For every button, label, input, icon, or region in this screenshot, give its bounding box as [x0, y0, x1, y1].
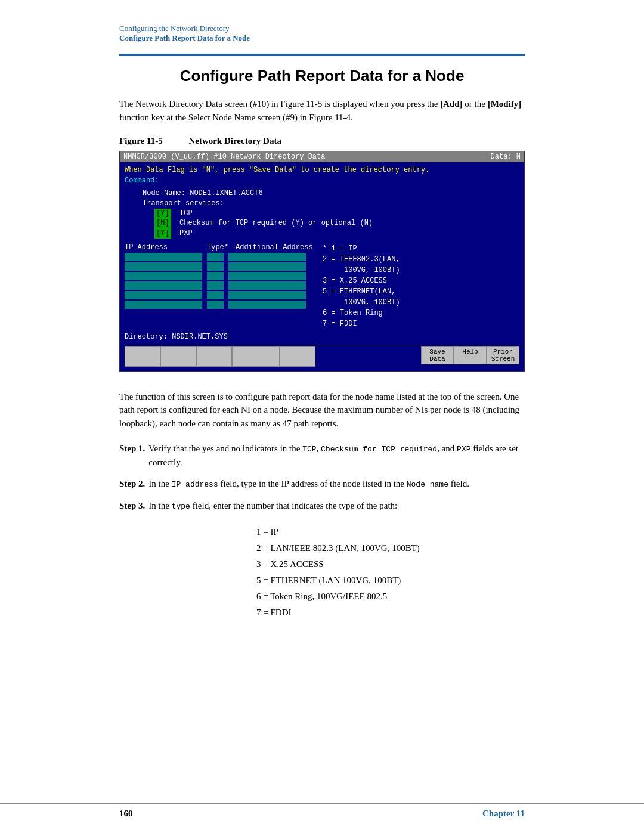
- help-button[interactable]: Help: [454, 346, 487, 364]
- breadcrumb-current[interactable]: Configure Path Report Data for a Node: [119, 33, 525, 43]
- pxp-field: [Y]: [154, 228, 171, 239]
- page-container: Configuring the Network Directory Config…: [0, 0, 644, 833]
- step-3-body: In the type field, enter the number that…: [148, 499, 525, 513]
- blue-divider: [119, 54, 525, 56]
- figure-number: Figure 11-5: [119, 136, 163, 145]
- step-1-label: Step 1.: [119, 442, 145, 469]
- prior-screen-button[interactable]: Prior Screen: [487, 346, 519, 364]
- transport-label-text: Transport services:: [143, 199, 224, 208]
- table-row: [125, 272, 313, 280]
- terminal-nodename: Node Name: NODE1.IXNET.ACCT6: [143, 188, 519, 199]
- terminal-titlebar: NMMGR/3000 (V_uu.ff) #10 Network Directo…: [120, 151, 524, 162]
- terminal-tcp-row: [Y] TCP: [154, 209, 519, 219]
- legend-item-5: 5 = ETHERNET(LAN,: [323, 286, 400, 297]
- step-3: Step 3. In the type field, enter the num…: [119, 499, 525, 513]
- table-row: [125, 291, 313, 299]
- figure-label: Figure 11-5 Network Directory Data: [119, 136, 525, 146]
- list-item: 3 = X.25 ACCESS: [256, 556, 525, 572]
- main-content: Configure Path Report Data for a Node Th…: [0, 67, 644, 621]
- blank-btn-4[interactable]: [232, 346, 280, 367]
- terminal-checksum-row: [N] Checksum for TCP required (Y) or opt…: [154, 218, 519, 228]
- pxp-label: PXP: [179, 229, 193, 237]
- breadcrumb-parent[interactable]: Configuring the Network Directory: [119, 24, 525, 33]
- page-title: Configure Path Report Data for a Node: [119, 67, 525, 85]
- list-item: 1 = IP: [256, 524, 525, 540]
- step-2: Step 2. In the IP address field, type in…: [119, 477, 525, 491]
- legend-item-5b: 100VG, 100BT): [323, 297, 400, 308]
- table-row: [125, 281, 313, 290]
- terminal-title-left: NMMGR/3000 (V_uu.ff) #10 Network Directo…: [123, 153, 325, 161]
- checksum-label: Checksum for TCP required (Y) or optiona…: [179, 219, 373, 227]
- page-footer: 160 Chapter 11: [0, 803, 644, 819]
- intro-paragraph: The Network Directory Data screen (#10) …: [119, 97, 525, 124]
- tcp-label: TCP: [179, 209, 193, 218]
- functional-btn-area: Save Data Help Prior Screen: [421, 346, 519, 364]
- terminal-button-area: Save Data Help Prior Screen: [125, 345, 519, 367]
- tcp-field: [Y]: [154, 209, 171, 219]
- col-header-type: Type*: [207, 243, 231, 252]
- step-1-body: Verify that the yes and no indicators in…: [148, 442, 525, 469]
- col-header-ip: IP Address: [125, 243, 202, 252]
- step-3-label: Step 3.: [119, 499, 145, 513]
- terminal-pxp-row: [Y] PXP: [154, 228, 519, 239]
- type-list: 1 = IP 2 = LAN/IEEE 802.3 (LAN, 100VG, 1…: [256, 524, 525, 621]
- checksum-field: [N]: [154, 218, 171, 228]
- type-legend: * 1 = IP 2 = IEEE802.3(LAN, 100VG, 100BT…: [323, 243, 400, 329]
- terminal-screen: NMMGR/3000 (V_uu.ff) #10 Network Directo…: [119, 151, 525, 372]
- chapter-label: Chapter 11: [482, 809, 525, 819]
- list-item: 5 = ETHERNET (LAN 100VG, 100BT): [256, 572, 525, 589]
- terminal-body: When Data Flag is "N", press "Save Data"…: [120, 162, 524, 371]
- terminal-title-right: Data: N: [491, 153, 521, 161]
- blank-btn-area: [125, 346, 315, 367]
- list-item: 7 = FDDI: [256, 605, 525, 621]
- steps-area: Step 1. Verify that the yes and no indic…: [119, 442, 525, 512]
- legend-item-2b: 100VG, 100BT): [323, 265, 400, 275]
- legend-item-7: 7 = FDDI: [323, 318, 400, 329]
- step-2-body: In the IP address field, type in the IP …: [148, 477, 525, 491]
- table-row: [125, 262, 313, 271]
- blank-btn-3[interactable]: [196, 346, 232, 367]
- blank-btn-1[interactable]: [125, 346, 160, 367]
- table-row: [125, 301, 313, 309]
- save-data-button[interactable]: Save Data: [421, 346, 454, 364]
- table-row: [125, 253, 313, 261]
- step-2-label: Step 2.: [119, 477, 145, 491]
- page-number: 160: [119, 809, 133, 819]
- legend-item-1: * 1 = IP: [323, 243, 400, 254]
- terminal-transport-label: Transport services:: [143, 199, 519, 209]
- list-item: 6 = Token Ring, 100VG/IEEE 802.5: [256, 589, 525, 605]
- body-paragraph-after-figure: The function of this screen is to config…: [119, 390, 525, 431]
- terminal-directory: Directory: NSDIR.NET.SYS: [125, 333, 519, 341]
- terminal-warning: When Data Flag is "N", press "Save Data"…: [125, 165, 519, 175]
- breadcrumb-area: Configuring the Network Directory Config…: [0, 0, 644, 49]
- blank-btn-2[interactable]: [160, 346, 196, 367]
- legend-item-6: 6 = Token Ring: [323, 308, 400, 318]
- legend-item-2: 2 = IEEE802.3(LAN,: [323, 254, 400, 265]
- list-item: 2 = LAN/IEEE 802.3 (LAN, 100VG, 100BT): [256, 540, 525, 556]
- blank-btn-5[interactable]: [280, 346, 315, 367]
- step-1: Step 1. Verify that the yes and no indic…: [119, 442, 525, 469]
- figure-caption: Network Directory Data: [188, 136, 281, 145]
- terminal-command: Command:: [125, 176, 519, 185]
- legend-item-3: 3 = X.25 ACCESS: [323, 275, 400, 286]
- rule-container: [0, 54, 644, 56]
- col-header-additional: Additional Address: [236, 243, 313, 252]
